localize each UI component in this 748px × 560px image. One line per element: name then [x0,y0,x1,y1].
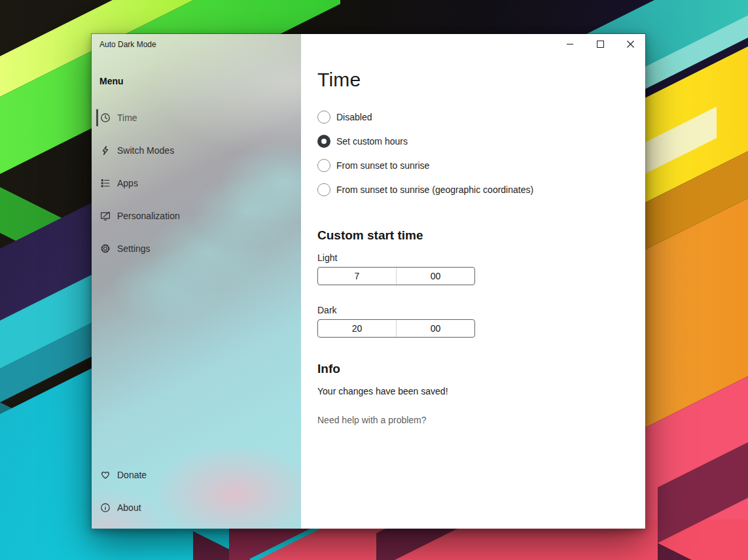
sidebar-item-label: Donate [117,470,147,480]
radio-label: From sunset to sunrise (geographic coord… [336,184,533,195]
heart-icon [100,470,111,480]
sidebar-item-donate[interactable]: Donate [92,459,301,491]
radio-label: Set custom hours [336,136,408,147]
minimize-icon [567,44,573,44]
light-time-picker[interactable]: 7 00 [317,267,475,285]
radio-sunset-geographic[interactable]: From sunset to sunrise (geographic coord… [317,177,632,201]
sidebar-item-personalization[interactable]: Personalization [92,200,301,232]
main-content: Time Disabled Set custom hours From suns… [301,34,645,529]
window-controls [555,34,645,54]
gear-icon [100,243,111,254]
dark-label: Dark [317,305,632,315]
close-button[interactable] [615,34,645,54]
sidebar-item-label: Time [117,113,137,123]
dark-minute-field[interactable]: 00 [396,320,474,337]
dark-hour-field[interactable]: 20 [318,320,396,337]
radio-circle [317,159,330,172]
info-icon [100,502,111,513]
radio-label: Disabled [336,112,372,122]
sidebar-item-about[interactable]: About [92,491,301,524]
radio-circle [317,111,330,124]
app-window: Auto Dark Mode Menu Time Switch Modes Ap… [91,33,646,529]
sidebar-item-label: About [117,502,141,513]
radio-set-custom-hours[interactable]: Set custom hours [317,129,632,153]
lightning-icon [100,145,111,156]
page-title: Time [317,68,632,92]
sidebar-item-time[interactable]: Time [92,101,301,134]
mode-radio-group: Disabled Set custom hours From sunset to… [317,105,632,201]
sidebar-item-switch-modes[interactable]: Switch Modes [92,134,301,167]
help-link[interactable]: Need help with a problem? [317,415,427,425]
sidebar-item-label: Apps [117,178,138,188]
sidebar-item-label: Switch Modes [117,145,174,156]
radio-label: From sunset to sunrise [336,160,429,171]
radio-circle [317,183,330,196]
maximize-button[interactable] [585,34,615,54]
sidebar-nav: Time Switch Modes Apps Personalization [92,101,301,265]
minimize-button[interactable] [555,34,585,54]
maximize-icon [597,41,604,48]
sidebar-item-apps[interactable]: Apps [92,167,301,200]
light-minute-field[interactable]: 00 [396,268,474,285]
sidebar-item-label: Personalization [117,211,180,221]
info-heading: Info [317,361,632,377]
dark-time-picker[interactable]: 20 00 [317,319,475,338]
radio-disabled[interactable]: Disabled [317,105,632,129]
window-title: Auto Dark Mode [99,40,156,49]
sidebar: Auto Dark Mode Menu Time Switch Modes Ap… [92,34,301,529]
radio-sunset-to-sunrise[interactable]: From sunset to sunrise [317,153,632,177]
list-icon [100,178,111,188]
light-label: Light [317,253,632,263]
menu-heading: Menu [99,76,124,86]
sidebar-item-label: Settings [117,243,151,254]
sidebar-item-settings[interactable]: Settings [92,232,301,265]
personalization-icon [100,211,111,221]
sidebar-footer: Donate About [92,459,301,524]
custom-start-time-heading: Custom start time [317,228,632,243]
close-icon [627,41,634,48]
clock-icon [100,113,111,123]
saved-message: Your changes have been saved! [317,386,632,396]
radio-circle [317,135,330,148]
light-hour-field[interactable]: 7 [318,268,396,285]
